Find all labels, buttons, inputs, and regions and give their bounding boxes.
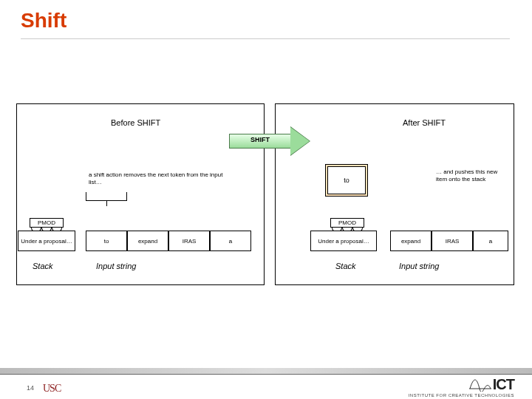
before-token-iras: IRAS xyxy=(168,231,210,251)
after-pushed-to-inner: to xyxy=(327,166,366,194)
ict-text: ICT xyxy=(493,376,514,393)
footer-band xyxy=(0,368,532,374)
before-token-expand: expand xyxy=(127,231,168,251)
after-token-expand: expand xyxy=(390,231,432,251)
after-input-label: Input string xyxy=(399,262,439,270)
slide-title: Shift xyxy=(21,9,66,33)
before-token-to: to xyxy=(86,231,127,251)
after-header: After SHIFT xyxy=(403,118,446,127)
after-panel xyxy=(275,103,514,285)
before-bracket xyxy=(86,192,127,201)
after-token-iras: IRAS xyxy=(432,231,473,251)
page-number: 14 xyxy=(27,384,34,392)
usc-logo: USC xyxy=(43,383,61,395)
shift-arrow-label: SHIFT xyxy=(229,136,291,143)
before-header: Before SHIFT xyxy=(111,118,160,127)
after-stack-label: Stack xyxy=(335,262,356,270)
ict-logo: ICT INSTITUTE FOR CREATIVE TECHNOLOGIES xyxy=(409,374,514,398)
ict-wave-icon xyxy=(469,374,491,392)
title-underline xyxy=(21,38,510,39)
before-panel xyxy=(16,103,265,285)
before-stack-cell: Under a proposal… xyxy=(18,231,75,251)
before-input-label: Input string xyxy=(96,262,136,270)
before-token-a: a xyxy=(210,231,251,251)
after-desc: … and pushes this new item onto the stac… xyxy=(436,168,507,183)
before-stack-label: Stack xyxy=(33,262,53,270)
before-desc: a shift action removes the next token fr… xyxy=(89,171,229,186)
after-token-a: a xyxy=(473,231,508,251)
shift-arrow: SHIFT xyxy=(229,127,310,155)
ict-subtext: INSTITUTE FOR CREATIVE TECHNOLOGIES xyxy=(409,393,514,398)
after-stack-cell: Under a proposal… xyxy=(310,231,377,251)
